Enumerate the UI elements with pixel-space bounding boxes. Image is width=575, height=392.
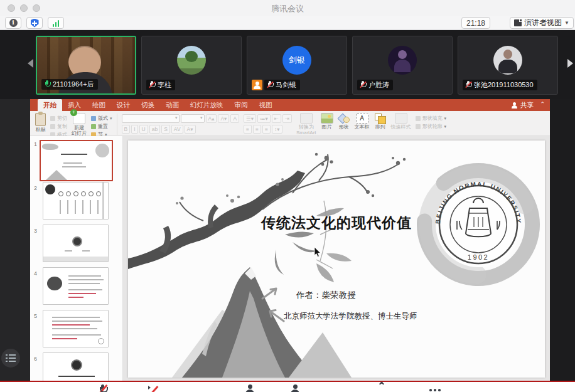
arrange-button[interactable]: 排列 xyxy=(374,113,387,130)
slide-title: 传统法文化的现代价值 xyxy=(261,213,412,233)
participant-name: 李柱 xyxy=(158,80,171,90)
indent-less-button: ⇤ xyxy=(272,114,281,123)
tab-design[interactable]: 设计 xyxy=(111,99,136,111)
member-list-icon[interactable] xyxy=(1,349,20,368)
more-icon[interactable] xyxy=(429,384,443,392)
shapes-button[interactable]: 形状 xyxy=(338,113,350,130)
camera-muted-icon[interactable] xyxy=(148,384,162,392)
meeting-bottom-toolbar xyxy=(0,382,575,392)
underline-button: U xyxy=(139,125,148,134)
slide-number: 5 xyxy=(34,313,37,319)
view-mode-button[interactable]: 演讲者视图 ▼ xyxy=(510,17,574,29)
textbox-button[interactable]: A 文本框 xyxy=(355,113,370,130)
slide-number: 1 xyxy=(34,141,37,147)
shadow-button: S xyxy=(161,125,170,134)
participant-nametag: 户胜涛 xyxy=(357,80,393,90)
scroll-right-icon[interactable] xyxy=(567,59,573,68)
strikethrough-button: ab xyxy=(149,125,160,134)
participant-nametag: 21101964+后 xyxy=(41,79,98,90)
clear-format-button: A xyxy=(230,114,239,123)
info-icon[interactable]: i xyxy=(5,17,21,29)
new-slide-button[interactable]: 新建幻灯片 xyxy=(72,113,87,136)
reset-button[interactable]: 重置 xyxy=(91,123,112,130)
tab-view[interactable]: 视图 xyxy=(254,99,278,111)
tab-transitions[interactable]: 切换 xyxy=(136,99,160,111)
chat-icon[interactable] xyxy=(336,384,350,392)
slide-number: 4 xyxy=(34,270,37,277)
person-plus-icon xyxy=(512,102,518,109)
slide-thumbnail-3[interactable] xyxy=(43,225,109,262)
slide-thumbnail-1[interactable] xyxy=(40,140,113,181)
meeting-timer: 21:18 xyxy=(461,17,490,29)
participant-nametag: 张池201911030530 xyxy=(463,80,537,90)
scroll-left-icon[interactable] xyxy=(28,59,33,68)
seal-year: 1902 xyxy=(468,253,489,261)
align-left-button: ≡ xyxy=(244,125,252,134)
share-button[interactable]: 共享 xyxy=(512,99,534,111)
tab-animations[interactable]: 动画 xyxy=(160,99,185,111)
italic-button: I xyxy=(131,125,137,134)
smartart-icon xyxy=(300,113,313,124)
slide-affiliation: 北京师范大学法学院教授、博士生导师 xyxy=(284,311,417,322)
left-rail xyxy=(0,99,30,381)
members-icon[interactable] xyxy=(290,384,304,392)
speaker-view-icon xyxy=(514,19,522,26)
tab-slideshow[interactable]: 幻灯片放映 xyxy=(185,99,229,111)
slide-number: 3 xyxy=(34,228,37,234)
cut-button: 剪切 xyxy=(50,115,67,122)
avatar xyxy=(493,46,522,75)
invite-icon[interactable] xyxy=(245,384,259,392)
bold-button: B xyxy=(122,125,131,134)
slide-thumbnail-2[interactable] xyxy=(43,182,109,220)
participant-tile-speaker[interactable]: 21101964+后 xyxy=(36,36,136,95)
copy-button: 复制 xyxy=(50,123,67,130)
record-icon[interactable] xyxy=(382,384,395,392)
align-right-button: ≡ xyxy=(262,125,271,134)
line-spacing-button: ↕▾ xyxy=(272,125,282,134)
slide-canvas[interactable]: 传统法文化的现代价值 作者：柴荣教授 北京师范大学法学院教授、博士生导师 xyxy=(128,140,545,378)
slide-number: 2 xyxy=(34,185,37,191)
participant-tile[interactable]: 户胜涛 xyxy=(352,36,453,95)
picture-button[interactable]: 图片 xyxy=(321,113,333,130)
quick-styles-icon xyxy=(395,113,407,124)
shrink-font-button: A▾ xyxy=(218,114,229,123)
mic-muted-icon xyxy=(267,81,273,89)
slide-number: 6 xyxy=(34,356,37,362)
tab-home[interactable]: 开始 xyxy=(38,99,62,111)
participant-nametag: 李柱 xyxy=(146,80,175,90)
share-screen-icon[interactable] xyxy=(196,384,210,392)
mic-on-icon xyxy=(44,80,50,88)
textbox-icon: A xyxy=(356,113,368,124)
indent-more-button: ⇥ xyxy=(282,114,292,123)
char-spacing-button: AV xyxy=(171,125,183,134)
window-title: 腾讯会议 xyxy=(0,3,575,14)
tab-review[interactable]: 审阅 xyxy=(229,99,254,111)
grow-font-button: A▴ xyxy=(206,114,217,123)
slide-thumbnail-6[interactable] xyxy=(43,352,109,381)
align-center-button: ≡ xyxy=(253,125,261,134)
slide-thumbnail-panel: 1 2 xyxy=(30,136,123,381)
participant-name: 户胜涛 xyxy=(368,80,389,90)
slide-thumbnail-4[interactable] xyxy=(43,267,109,305)
network-signal-icon[interactable] xyxy=(48,17,64,29)
ribbon-toolbar: 粘贴 剪切 复制 格式 新建幻灯片 版式 ▾ 重置 节 ▾ A xyxy=(30,111,550,136)
mouse-cursor xyxy=(314,247,321,258)
shape-fill-button: 形状填充 ▾ xyxy=(416,115,447,122)
ribbon-tab-bar: 开始 插入 绘图 设计 切换 动画 幻灯片放映 审阅 视图 共享 ⌃ xyxy=(30,99,550,111)
right-rail xyxy=(550,99,575,381)
avatar xyxy=(388,46,417,75)
participant-tile[interactable]: 张池201911030530 xyxy=(458,36,558,95)
slide-thumbnail-5[interactable] xyxy=(43,310,109,347)
tab-draw[interactable]: 绘图 xyxy=(87,99,111,111)
layout-button[interactable]: 版式 ▾ xyxy=(91,115,112,122)
university-seal: BEIJING NORMAL UNIVERSITY 1902 xyxy=(412,158,545,291)
macos-titlebar: 腾讯会议 xyxy=(0,0,575,16)
mic-muted-icon[interactable] xyxy=(99,384,113,392)
collapse-ribbon-icon[interactable]: ⌃ xyxy=(540,101,545,107)
participant-tile[interactable]: 李柱 xyxy=(141,36,242,95)
participant-tile[interactable]: 剑银 马剑银 xyxy=(247,36,347,95)
view-mode-label: 演讲者视图 xyxy=(524,18,562,28)
security-shield-icon[interactable] xyxy=(26,17,43,29)
video-strip: 21101964+后 李柱 剑银 马剑银 户胜涛 xyxy=(0,30,575,99)
paste-button[interactable]: 粘贴 xyxy=(35,113,46,132)
